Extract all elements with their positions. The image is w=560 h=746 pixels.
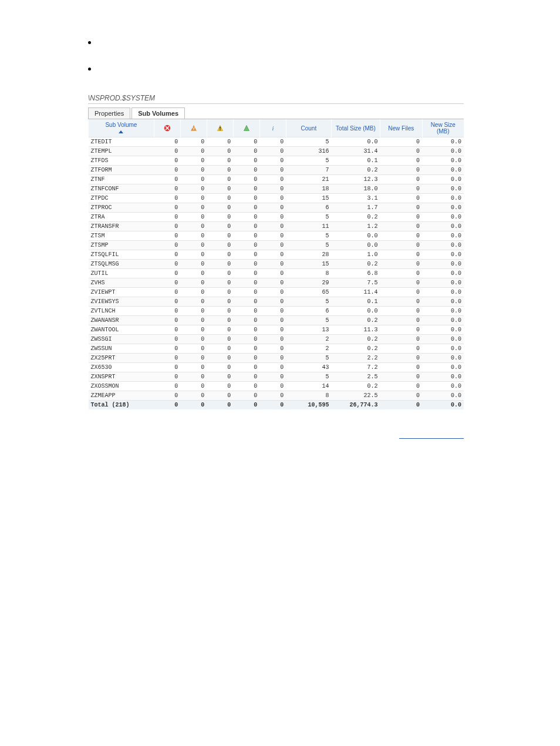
table-row[interactable]: ZTRA0000050.200.0 xyxy=(89,213,464,222)
cell: 0 xyxy=(233,175,259,184)
table-row[interactable]: ZTSQLMSG00000150.200.0 xyxy=(89,260,464,269)
cell: 0 xyxy=(154,222,180,231)
cell: 0 xyxy=(380,147,423,156)
table-row[interactable]: ZTRANSFR00000111.200.0 xyxy=(89,222,464,231)
cell: 0 xyxy=(233,184,259,194)
cell: 0 xyxy=(380,184,423,194)
cell: 65 xyxy=(286,288,331,297)
cell: 0 xyxy=(180,269,207,278)
table-row[interactable]: ZVHS00000297.500.0 xyxy=(89,278,464,288)
cell: 0 xyxy=(259,307,286,316)
table-row[interactable]: ZWANANSR0000050.200.0 xyxy=(89,316,464,325)
link-underline[interactable] xyxy=(399,438,464,439)
table-row[interactable]: ZWANTOOL000001311.300.0 xyxy=(89,325,464,335)
cell: 18 xyxy=(286,184,331,194)
cell: 0 xyxy=(154,382,180,391)
cell: 1.2 xyxy=(331,222,380,231)
col-info[interactable]: i xyxy=(259,119,286,137)
col-critical[interactable] xyxy=(154,119,180,137)
cell: 0 xyxy=(259,250,286,260)
table-row[interactable]: ZVIEWSYS0000050.100.0 xyxy=(89,297,464,307)
cell: 0.2 xyxy=(331,382,380,391)
table-row[interactable]: ZWSSGI0000020.200.0 xyxy=(89,335,464,344)
cell: 0.0 xyxy=(331,307,380,316)
cell: 0.0 xyxy=(422,166,464,175)
cell: 0 xyxy=(233,363,259,372)
table-row[interactable]: ZTFDS0000050.100.0 xyxy=(89,156,464,166)
cell: 0 xyxy=(380,391,423,401)
svg-rect-3 xyxy=(220,129,221,130)
cell: 0 xyxy=(380,156,423,166)
cell: 2.5 xyxy=(331,372,380,382)
col-major[interactable]: V xyxy=(180,119,207,137)
cell: 0 xyxy=(380,344,423,354)
table-row[interactable]: ZXNSPRT0000052.500.0 xyxy=(89,372,464,382)
cell: 0 xyxy=(380,297,423,307)
table-row[interactable]: ZX25PRT0000052.200.0 xyxy=(89,354,464,363)
table-row[interactable]: ZTNF000002112.300.0 xyxy=(89,175,464,184)
cell: 0.0 xyxy=(422,372,464,382)
cell: 31.4 xyxy=(331,147,380,156)
col-total-size[interactable]: Total Size (MB) xyxy=(331,119,380,137)
cell: 0 xyxy=(259,372,286,382)
table-row[interactable]: ZTFORM0000070.200.0 xyxy=(89,166,464,175)
cell: 0 xyxy=(380,372,423,382)
col-warning[interactable] xyxy=(233,119,259,137)
table-row[interactable]: ZX653000000437.200.0 xyxy=(89,363,464,372)
cell: 5 xyxy=(286,137,331,147)
table-row[interactable]: ZUTIL0000086.800.0 xyxy=(89,269,464,278)
cell: 0 xyxy=(207,241,233,250)
cell: 0 xyxy=(233,307,259,316)
svg-text:i: i xyxy=(272,125,274,132)
table-row[interactable]: ZVIEWPT000006511.400.0 xyxy=(89,288,464,297)
cell: 0 xyxy=(259,344,286,354)
table-row[interactable]: ZXOSSMON00000140.200.0 xyxy=(89,382,464,391)
cell: 0 xyxy=(259,363,286,372)
table-row[interactable]: Total (218)0000010,59526,774.300.0 xyxy=(89,401,464,410)
table-row[interactable]: ZTPDC00000153.100.0 xyxy=(89,194,464,203)
cell: 2.2 xyxy=(331,354,380,363)
table-row[interactable]: ZTSM0000050.000.0 xyxy=(89,231,464,241)
cell: 0 xyxy=(259,382,286,391)
col-sub-volume[interactable]: Sub Volume xyxy=(89,119,154,137)
cell: 0 xyxy=(233,335,259,344)
cell: 0 xyxy=(180,307,207,316)
cell: 0 xyxy=(259,325,286,335)
table-row[interactable]: ZTSQLFIL00000281.000.0 xyxy=(89,250,464,260)
table-row[interactable]: ZWSSUN0000020.200.0 xyxy=(89,344,464,354)
table-row[interactable]: ZTPROC0000061.700.0 xyxy=(89,203,464,213)
cell: 0 xyxy=(233,269,259,278)
cell: 0 xyxy=(380,382,423,391)
cell: 13 xyxy=(286,325,331,335)
table-row[interactable]: ZTSMP0000050.000.0 xyxy=(89,241,464,250)
cell: 0 xyxy=(207,184,233,194)
cell: 0 xyxy=(180,194,207,203)
col-new-files[interactable]: New Files xyxy=(380,119,423,137)
cell: 0.0 xyxy=(422,363,464,372)
table-row[interactable]: ZZMEAPP00000822.500.0 xyxy=(89,391,464,401)
cell: 0 xyxy=(154,401,180,410)
cell: 0 xyxy=(259,213,286,222)
cell: ZWANTOOL xyxy=(89,325,154,335)
cell: 43 xyxy=(286,363,331,372)
table-row[interactable]: ZTNFCONF000001818.000.0 xyxy=(89,184,464,194)
cell: ZVTLNCH xyxy=(89,307,154,316)
col-count[interactable]: Count xyxy=(286,119,331,137)
col-minor[interactable] xyxy=(207,119,233,137)
table-row[interactable]: ZVTLNCH0000060.000.0 xyxy=(89,307,464,316)
cell: 0 xyxy=(380,288,423,297)
cell: 0 xyxy=(154,288,180,297)
cell: ZTFORM xyxy=(89,166,154,175)
cell: 0 xyxy=(180,401,207,410)
cell: 0.2 xyxy=(331,260,380,269)
cell: 0 xyxy=(180,147,207,156)
table-row[interactable]: ZTEMPL0000031631.400.0 xyxy=(89,147,464,156)
cell: ZVHS xyxy=(89,278,154,288)
cell: 0 xyxy=(154,269,180,278)
table-row[interactable]: ZTEDIT0000050.000.0 xyxy=(89,137,464,147)
tab-properties[interactable]: Properties xyxy=(88,107,130,119)
cell: 0.0 xyxy=(422,401,464,410)
cell: 0.0 xyxy=(422,250,464,260)
tab-sub-volumes[interactable]: Sub Volumes xyxy=(131,107,185,119)
col-new-size[interactable]: New Size (MB) xyxy=(422,119,464,137)
